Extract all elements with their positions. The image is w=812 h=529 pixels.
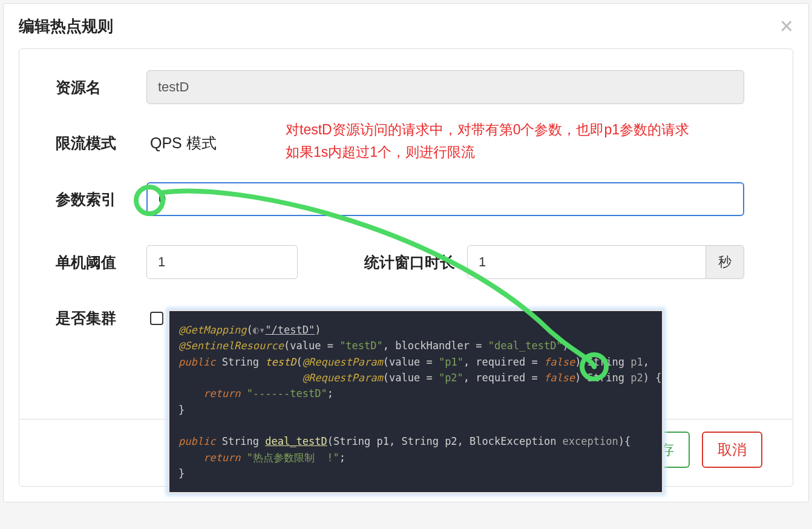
edit-hotspot-rule-dialog: 编辑热点规则 × 资源名 限流模式 QPS 模式 参数索引 单机阈值 统计窗口时… <box>3 3 809 502</box>
param-index-label: 参数索引 <box>50 189 146 209</box>
dialog-header: 编辑热点规则 × <box>4 4 808 48</box>
annotation-note-line1: 对testD资源访问的请求中，对带有第0个参数，也即p1参数的请求 <box>286 119 689 141</box>
row-resource-name: 资源名 <box>50 70 762 104</box>
cancel-button[interactable]: 取消 <box>702 432 762 468</box>
annotation-note: 对testD资源访问的请求中，对带有第0个参数，也即p1参数的请求 如果1s内超… <box>286 119 689 163</box>
threshold-label: 单机阈值 <box>50 252 146 272</box>
resource-name-label: 资源名 <box>50 77 146 97</box>
mode-value: QPS 模式 <box>146 133 217 153</box>
threshold-input[interactable] <box>146 245 298 279</box>
mode-label: 限流模式 <box>50 133 146 153</box>
close-icon[interactable]: × <box>780 15 793 38</box>
resource-name-input[interactable] <box>146 70 744 104</box>
window-label: 统计窗口时长 <box>364 252 455 272</box>
form-panel: 资源名 限流模式 QPS 模式 参数索引 单机阈值 统计窗口时长 秒 是否集群 <box>19 48 793 487</box>
window-input[interactable] <box>467 245 706 279</box>
row-param-index: 参数索引 <box>50 182 762 216</box>
row-threshold-window: 单机阈值 统计窗口时长 秒 <box>50 245 762 279</box>
code-snippet: @GetMapping(◐▾"/testD") @SentinelResourc… <box>168 309 664 494</box>
dialog-title: 编辑热点规则 <box>19 16 113 37</box>
cluster-checkbox[interactable] <box>150 312 163 325</box>
param-index-input[interactable] <box>146 182 744 216</box>
window-unit: 秒 <box>706 245 744 279</box>
cluster-label: 是否集群 <box>50 308 146 328</box>
annotation-note-line2: 如果1s内超过1个，则进行限流 <box>286 141 689 163</box>
